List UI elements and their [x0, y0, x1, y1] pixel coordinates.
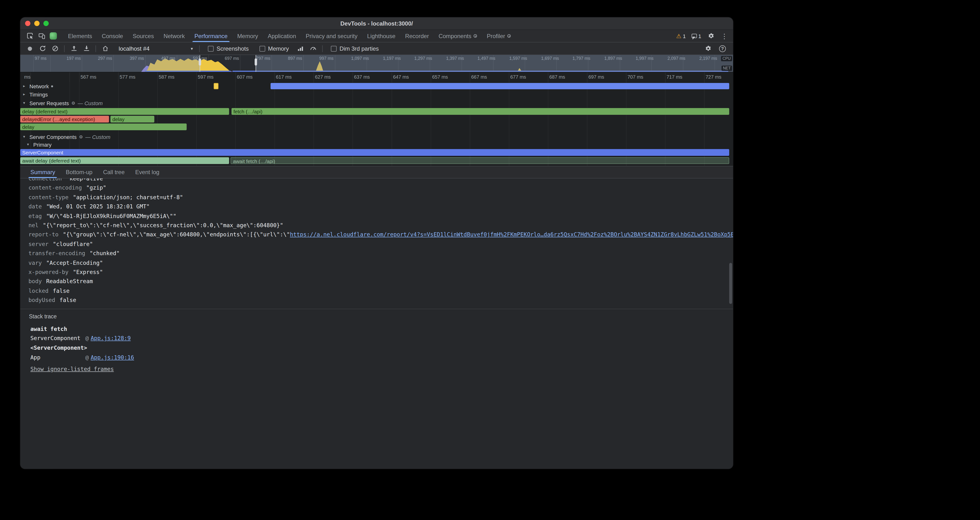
network-request-selected[interactable]: [214, 83, 218, 89]
event-bar-delay-a[interactable]: delay: [110, 116, 154, 122]
window-title: DevTools - localhost:3000/: [340, 20, 413, 27]
event-bar-delay-deferred[interactable]: delay (deferred text): [20, 108, 229, 115]
device-toolbar-button[interactable]: [36, 31, 47, 41]
tab-network[interactable]: Network: [159, 30, 189, 42]
network-request-bar[interactable]: [270, 83, 729, 89]
clear-button[interactable]: [49, 43, 61, 54]
titlebar: DevTools - localhost:3000/: [20, 17, 733, 30]
ruler-label: 717 ms: [667, 74, 682, 80]
minimize-window-button[interactable]: [34, 21, 40, 26]
tab-elements[interactable]: Elements: [63, 30, 97, 42]
response-headers-list: connection"keep-alive" content-encoding"…: [20, 178, 733, 305]
download-icon: [83, 45, 90, 52]
tab-application[interactable]: Application: [263, 30, 301, 42]
window-right-resize-handle[interactable]: [254, 55, 257, 72]
source-location-link[interactable]: App.js:128:9: [91, 335, 131, 342]
chevron-down-icon: ▾: [27, 142, 31, 146]
devtools-window: DevTools - localhost:3000/ Elements Cons…: [20, 17, 733, 469]
tab-recorder[interactable]: Recorder: [400, 30, 434, 42]
screenshots-checkbox[interactable]: Screenshots: [208, 45, 249, 52]
source-location-link[interactable]: App.js:190:16: [91, 354, 134, 361]
report-endpoint-link[interactable]: https://a.nel.cloudflare.com/report/v4?s…: [290, 231, 733, 238]
warnings-chip[interactable]: ⚠ 1: [674, 31, 688, 41]
event-bar-await-delay[interactable]: await delay (deferred text): [20, 157, 229, 164]
property-row: bodyUsedfalse: [20, 296, 733, 305]
server-components-track-header[interactable]: ▾ Server Components ⚙ — Custom: [23, 134, 110, 140]
network-track-header[interactable]: ▸ Network: [23, 83, 53, 89]
tab-call-tree[interactable]: Call tree: [98, 166, 130, 178]
window-left-resize-handle[interactable]: [198, 55, 201, 72]
header-row: x-powered-by"Express": [20, 268, 733, 277]
tab-sources[interactable]: Sources: [128, 30, 159, 42]
live-metrics-button[interactable]: [99, 43, 111, 54]
header-row: server"cloudflare": [20, 240, 733, 249]
timings-track-header[interactable]: ▸ Timings: [23, 91, 48, 97]
header-row: date"Wed, 01 Oct 2025 18:32:01 GMT": [20, 202, 733, 211]
tab-console[interactable]: Console: [97, 30, 128, 42]
event-bar-delayed-error[interactable]: delayedError (…ayed exception): [20, 116, 109, 122]
memory-checkbox[interactable]: Memory: [259, 45, 289, 52]
event-bar-server-component[interactable]: ServerComponent: [20, 149, 729, 156]
inspect-element-button[interactable]: [24, 31, 36, 41]
zoom-window-button[interactable]: [43, 21, 49, 26]
header-row: transfer-encoding"chunked": [20, 249, 733, 259]
timeline-ruler: ms 567 ms 577 ms 587 ms 597 ms 607 ms 61…: [20, 72, 733, 82]
show-ignore-listed-frames-link[interactable]: Show ignore-listed frames: [29, 366, 114, 372]
network-throttling-button[interactable]: [295, 43, 306, 54]
tab-lighthouse[interactable]: Lighthouse: [363, 30, 400, 42]
details-tabbar: Summary Bottom-up Call tree Event log: [20, 166, 733, 178]
event-bar-await-fetch[interactable]: await fetch (…/api): [231, 157, 729, 164]
ruler-label: 627 ms: [315, 74, 331, 80]
capture-settings-button[interactable]: [702, 43, 714, 54]
track-config-icon[interactable]: [51, 85, 53, 87]
record-and-reload-button[interactable]: [37, 43, 48, 54]
stack-frames: await fetch ServerComponent @App.js:128:…: [29, 324, 733, 363]
close-window-button[interactable]: [25, 21, 30, 26]
dim-3rd-parties-checkbox[interactable]: Dim 3rd parties: [331, 45, 379, 52]
primary-subtrack-row: ▾ Primary: [20, 140, 733, 149]
cpu-throttling-button[interactable]: [307, 43, 319, 54]
stack-frame: <ServerComponent>: [29, 344, 733, 353]
extension-icon[interactable]: [50, 32, 57, 40]
tab-event-log[interactable]: Event log: [130, 166, 165, 178]
timeline-overview[interactable]: 97 ms 197 ms 297 ms 397 ms 497 ms 597 ms…: [20, 55, 733, 72]
header-row: vary"Accept-Encoding": [20, 258, 733, 268]
perfbar-right: ?: [702, 43, 728, 54]
timings-track-row: ▸ Timings: [20, 90, 733, 99]
tab-components[interactable]: Components: [434, 30, 482, 42]
chevron-down-icon: ▾: [23, 135, 27, 139]
ruler-label: 667 ms: [471, 74, 487, 80]
ruler-label: 657 ms: [432, 74, 448, 80]
property-row: bodyReadableStream: [20, 277, 733, 286]
save-profile-button[interactable]: [81, 43, 92, 54]
server-components-track-row: ▾ Server Components ⚙ — Custom: [20, 133, 733, 141]
stack-frame: App @App.js:190:16: [29, 353, 733, 363]
tab-summary[interactable]: Summary: [25, 166, 60, 178]
issues-chip[interactable]: 1: [690, 31, 703, 41]
primary-subtrack-header[interactable]: ▾ Primary: [27, 142, 52, 147]
flame-chart[interactable]: ▸ Network ▸ Timings ▾ Server Requests ⚙ …: [20, 82, 733, 166]
load-profile-button[interactable]: [68, 43, 80, 54]
more-options-button[interactable]: ⋮: [719, 31, 730, 41]
ruler-label: 687 ms: [549, 74, 565, 80]
event-bar-delay-b[interactable]: delay: [20, 124, 187, 130]
summary-pane[interactable]: connection"keep-alive" content-encoding"…: [20, 178, 733, 469]
header-row: content-encoding"gzip": [20, 184, 733, 193]
tab-bottom-up[interactable]: Bottom-up: [60, 166, 98, 178]
overview-curtain-right: [256, 55, 733, 72]
tab-memory[interactable]: Memory: [232, 30, 263, 42]
details-scrollbar-thumb[interactable]: [729, 263, 732, 304]
header-row: content-type"application/json; charset=u…: [20, 193, 733, 202]
server-requests-track-header[interactable]: ▾ Server Requests ⚙ — Custom: [23, 100, 103, 106]
tab-privacy-and-security[interactable]: Privacy and security: [301, 30, 363, 42]
tab-performance[interactable]: Performance: [189, 30, 232, 42]
inspect-icon: [26, 32, 33, 40]
event-bar-fetch-api[interactable]: fetch (…/api): [232, 108, 729, 115]
tab-profiler[interactable]: Profiler: [482, 30, 516, 42]
history-select[interactable]: localhost #4 ▾: [115, 44, 196, 53]
record-button[interactable]: [24, 43, 36, 54]
stack-trace-section: Stack trace await fetch ServerComponent …: [20, 309, 733, 373]
checkbox-box: [331, 46, 337, 51]
help-button[interactable]: ?: [717, 43, 728, 54]
settings-button[interactable]: [705, 31, 717, 41]
